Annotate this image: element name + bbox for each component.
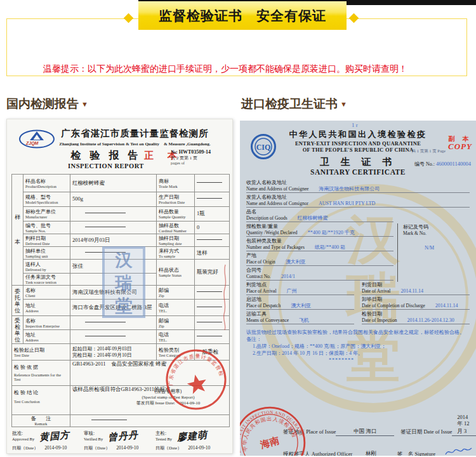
- report-pages-cn: 共 2 页第 1 页: [171, 156, 229, 161]
- table-row: 样本 样品名称ProductDescription 红柳桉树蜂蜜 商标Trade…: [12, 175, 230, 192]
- chevron-down-icon: ▼: [340, 100, 347, 108]
- signature-name: 曾丹丹: [107, 429, 138, 444]
- field-quantity: 报检数量/重量 Quantity /Weight Declared**400 箱…: [246, 223, 393, 237]
- field-despatch-place: 启运地 Place of Despatch澳大利亚: [246, 296, 354, 310]
- company-seal-watermark: 汉瑞堂: [102, 246, 145, 318]
- zjqm-logo-icon: ZJQM: [18, 129, 55, 149]
- table-row: 标称生产单位Manufacturer 样品数量Sample Quantity 1…: [12, 207, 230, 222]
- row-label-en: ProductDescription: [25, 184, 68, 189]
- certificate-number: 编号 No.: 4600001140004: [414, 161, 471, 168]
- mark-value: N/M: [425, 245, 470, 251]
- field-goods: 品名 Description of Goods红柳桉树蜂蜜: [246, 209, 470, 222]
- test-start-date: 起始日期：2014年09月03日: [72, 346, 154, 352]
- banner-title-text: 监督检验证书 安全有保证: [159, 7, 326, 25]
- signature-verified: 审核:Verified By 曾丹丹 日期（Date）2014-09-10: [84, 430, 155, 451]
- inspection-report-document: ZJQM 广东省湛江市质量计量监督检测所 Zhanjiang Institute…: [6, 119, 233, 454]
- table-row: 规格、型号Model/Specification 500g 生产日期Produc…: [12, 192, 230, 207]
- field-conveyance: 运输工具 Means of Conveyance飞机: [246, 311, 354, 324]
- banner-title: 监督检验证书 安全有保证: [138, 1, 347, 30]
- report-number-block: №: HWT03509-14 共 2 页第 1 页 pages of: [171, 150, 229, 166]
- signature-name: 黄国方: [39, 429, 70, 444]
- group-label-inspected: 受检单位: [12, 316, 23, 344]
- svg-text:海南: 海南: [259, 435, 281, 451]
- section-heading-import-label: 进口检疫卫生证书: [241, 97, 338, 110]
- section-heading-import[interactable]: 进口检疫卫生证书▼: [241, 96, 347, 112]
- field-consignor: 发货人名称及地址 Name and Address of ConsignorAU…: [246, 194, 470, 208]
- row-value: 红柳桉树蜂蜜: [70, 175, 157, 192]
- table-row: 地址Address 电话TEL.: [12, 330, 230, 344]
- date-of-issue-value: 2014 年 12 月 3: [452, 414, 476, 436]
- table-row: 到样日期Delivered Date 2014年09月03日 抽样日期Sampl…: [12, 234, 230, 247]
- authorized-officer-value: 林刚: [352, 450, 389, 456]
- row-label-cn: 商标: [159, 178, 192, 184]
- side-label-sample: 样本: [12, 175, 23, 286]
- report-title-cn: 检 验 报 告: [68, 149, 144, 162]
- report-signatures: 批准:Approved By 黄国方 日期（Date）2014-09-10 审核…: [12, 430, 227, 451]
- field-arrival-date: 到货日期 Date of Arrival2014.11.14: [362, 282, 470, 295]
- certificate-title-en: SANITARY CERTIFICATE: [240, 168, 476, 176]
- officer-signature: [435, 446, 476, 456]
- signature-tested: 主检:Tested By 廖建萌 日期（Date）2014-09-10: [155, 430, 227, 451]
- signature-name: 廖建萌: [176, 429, 208, 444]
- field-discharge-date: 卸毕日期 Date of Completion of Discharge2014…: [362, 296, 470, 310]
- copy-mark: 副 本 COPY: [448, 135, 472, 152]
- red-round-stamp-icon: 广东省湛江市质量计量监督检测所: [159, 342, 234, 418]
- certificate-body: 收货人名称及地址 Name and Address of Consignee海南…: [246, 180, 470, 364]
- ciq-logo-icon: CIQ: [250, 133, 277, 160]
- report-pages-en: pages of: [171, 161, 229, 166]
- copy-mark-en: COPY: [448, 142, 472, 152]
- svg-text:CIQ: CIQ: [256, 143, 271, 152]
- report-title-en: INSPECTION REPORT: [68, 162, 144, 169]
- field-arrival-place: 到货地点 Place of Arrival广州: [246, 282, 354, 295]
- report-no-value: HWT03509-14: [179, 149, 211, 155]
- field-contract: 合同号 Contract No.2014/1: [246, 267, 393, 281]
- row-label-cn: 样品名称: [25, 178, 68, 184]
- mark-and-no-box: 标记及号码 Mark & No. N/M: [397, 223, 470, 282]
- report-header: ZJQM 广东省湛江市质量计量监督检测所 Zhanjiang Institute…: [7, 119, 232, 172]
- row-value: [195, 175, 230, 192]
- chevron-down-icon: ▼: [81, 100, 88, 108]
- place-of-issue-value: 中国 海口: [336, 428, 394, 436]
- signature-label: 签 名 Signature: [397, 451, 435, 456]
- row-label-en: Trade Mark: [159, 184, 192, 189]
- certificate-header: CIQ 中华人民共和国出入境检验检疫 ENTRY-EXIT INSPECTION…: [240, 121, 476, 176]
- red-margin-scrawl: [220, 262, 230, 332]
- sanitary-certificate-document: 汉瑞堂 1 r CIQ 中华人民共和国出入境检验检疫 ENTRY-EXIT IN…: [240, 121, 476, 456]
- section-heading-domestic-label: 国内检测报告: [6, 97, 79, 110]
- certificate-no-value: 4600001140004: [436, 161, 471, 167]
- certificate-no-label: 编号 No.:: [414, 161, 435, 167]
- signature-approved: 批准:Approved By 黄国方 日期（Date）2014-09-10: [12, 430, 84, 451]
- inspection-result-text: 该批货物经过现场查验和实验室检验，结果符合我国相关食品安全标准之规定，标签经检验…: [246, 329, 470, 364]
- svg-text:ZJQM: ZJQM: [25, 141, 39, 146]
- field-consignee: 收货人名称及地址 Name and Address of Consignee海南…: [246, 180, 470, 193]
- table-row: 编号、批号Sample Nos. 抽样基数Cardinal Number 0: [12, 222, 230, 234]
- tip-text: 温馨提示：以下为此次蜂蜜的进口手续证明，少一项都不能确保是原装进口。购买时请查明…: [43, 63, 407, 75]
- field-origin: 产地 Place of Origin澳大利亚: [246, 253, 393, 266]
- section-heading-domestic[interactable]: 国内检测报告▼: [6, 96, 88, 112]
- certificate-pages: 共 1 页第 1 页 Page: [412, 149, 446, 154]
- group-label-client: 委托单位: [12, 286, 23, 316]
- report-no-label: №:: [171, 149, 178, 155]
- date-of-issue-label: 签证日期 Date of Issue: [400, 428, 452, 436]
- test-end-date: 完检日期：2014年09月10日: [72, 352, 154, 359]
- handwritten-signature-icon: [444, 446, 473, 456]
- field-inspection-date: 检验日期 Date of Inspection2014.11.26-2014.1…: [362, 311, 470, 324]
- field-packages: 包装种类及数量 Number and Type of Packages纸箱/**…: [246, 238, 393, 251]
- issue-block: 签证地点 Place of Issue 中国 海口 签证日期 Date of I…: [283, 414, 476, 456]
- table-row: 备 注Remark: [12, 415, 230, 427]
